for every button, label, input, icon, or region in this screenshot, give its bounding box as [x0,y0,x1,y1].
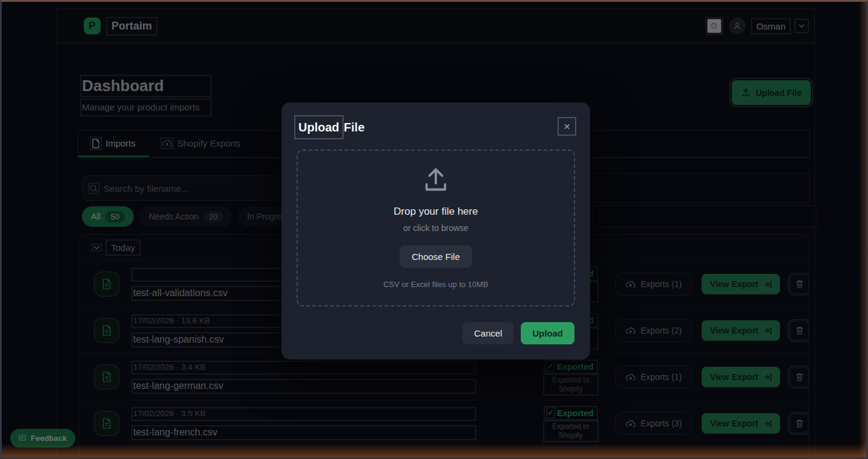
upload-icon [422,167,450,192]
dropzone-hint: CSV or Excel files up to 10MB [383,280,488,289]
modal-title: Upload File [297,118,365,136]
dropzone-heading: Drop your file here [394,206,478,218]
dropzone-subheading: or click to browse [403,223,468,233]
cancel-button[interactable]: Cancel [462,322,514,344]
upload-confirm-button[interactable]: Upload [521,322,574,344]
upload-modal: Upload File ✕ Drop your file here or cli… [281,103,590,359]
close-icon[interactable]: ✕ [561,120,573,133]
choose-file-button[interactable]: Choose File [400,245,472,268]
app-window: P Portaim ⚙ Osman Dashboard Manage your … [0,0,868,459]
file-dropzone[interactable]: Drop your file here or click to browse C… [297,150,575,306]
